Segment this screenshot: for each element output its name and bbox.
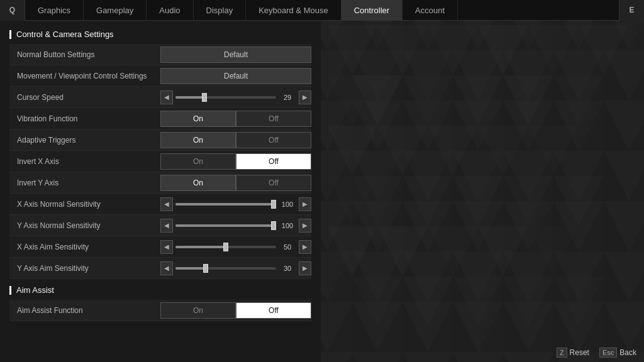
- slider-increase-y-aim[interactable]: ▶: [299, 261, 311, 275]
- label-cursor-speed: Cursor Speed: [9, 93, 160, 102]
- nav-account[interactable]: Account: [402, 0, 458, 21]
- label-invert-y: Invert Y Axis: [9, 178, 160, 187]
- toggle-adaptive-off[interactable]: Off: [236, 132, 311, 148]
- nav-gameplay[interactable]: Gameplay: [84, 0, 147, 21]
- control-movement-viewpoint[interactable]: Default: [160, 68, 311, 84]
- section-title-control: Control & Camera Settings: [9, 30, 311, 39]
- control-invert-y: On Off: [160, 175, 311, 191]
- row-invert-y: Invert Y Axis On Off: [9, 172, 311, 194]
- toggle-aim-assist-on[interactable]: On: [160, 302, 236, 319]
- row-y-aim-sensitivity: Y Axis Aim Sensitivity ◀ 30 ▶: [9, 258, 311, 279]
- toggle-vibration-off[interactable]: Off: [236, 111, 311, 127]
- nav-graphics[interactable]: Graphics: [25, 0, 84, 21]
- right-background: [321, 21, 644, 362]
- toggle-adaptive-triggers: On Off: [160, 132, 311, 148]
- slider-track-x-normal[interactable]: [175, 203, 276, 206]
- toggle-invert-y: On Off: [160, 175, 311, 191]
- control-x-aim-sensitivity: ◀ 50 ▶: [160, 240, 311, 254]
- main-content: Control & Camera Settings Normal Button …: [0, 21, 644, 362]
- label-x-normal-sensitivity: X Axis Normal Sensitivity: [9, 200, 160, 209]
- slider-increase-x-normal[interactable]: ▶: [299, 197, 311, 211]
- row-invert-x: Invert X Axis On Off: [9, 151, 311, 172]
- reset-key: Z: [557, 348, 567, 358]
- row-vibration: Vibration Function On Off: [9, 108, 311, 129]
- label-x-aim-sensitivity: X Axis Aim Sensitivity: [9, 243, 160, 251]
- slider-value-y-aim: 30: [279, 265, 296, 272]
- control-normal-button-settings[interactable]: Default: [160, 47, 311, 63]
- row-adaptive-triggers: Adaptive Triggers On Off: [9, 129, 311, 151]
- control-invert-x: On Off: [160, 153, 311, 170]
- slider-track-cursor[interactable]: [175, 96, 276, 99]
- toggle-vibration-on[interactable]: On: [160, 111, 236, 127]
- slider-decrease-y-normal[interactable]: ◀: [160, 219, 173, 233]
- btn-normal-button-default[interactable]: Default: [160, 47, 311, 63]
- btn-movement-viewpoint-default[interactable]: Default: [160, 68, 311, 84]
- slider-track-y-aim[interactable]: [175, 267, 276, 270]
- row-normal-button-settings: Normal Button Settings Default: [9, 44, 311, 65]
- row-aim-assist-function: Aim Assist Function On Off: [9, 300, 311, 321]
- control-aim-assist-function: On Off: [160, 302, 311, 319]
- row-x-normal-sensitivity: X Axis Normal Sensitivity ◀ 100 ▶: [9, 194, 311, 215]
- toggle-invert-x: On Off: [160, 153, 311, 170]
- toggle-aim-assist-off[interactable]: Off: [236, 302, 311, 319]
- slider-y-aim: ◀ 30 ▶: [160, 261, 311, 275]
- slider-decrease-cursor[interactable]: ◀: [160, 90, 173, 104]
- nav-keyboard-mouse[interactable]: Keyboard & Mouse: [246, 0, 341, 21]
- back-button[interactable]: Esc Back: [599, 348, 636, 358]
- slider-x-aim: ◀ 50 ▶: [160, 240, 311, 254]
- label-normal-button-settings: Normal Button Settings: [9, 50, 160, 59]
- slider-value-cursor: 29: [279, 94, 296, 101]
- control-y-normal-sensitivity: ◀ 100 ▶: [160, 219, 311, 233]
- toggle-invert-y-on[interactable]: On: [160, 175, 236, 191]
- label-adaptive-triggers: Adaptive Triggers: [9, 136, 160, 145]
- slider-value-x-normal: 100: [279, 200, 296, 208]
- toggle-invert-x-off[interactable]: Off: [236, 153, 311, 170]
- nav-controller[interactable]: Controller: [341, 0, 402, 21]
- label-invert-x: Invert X Axis: [9, 157, 160, 166]
- back-label[interactable]: Back: [619, 348, 636, 357]
- label-aim-assist-function: Aim Assist Function: [9, 306, 160, 315]
- slider-y-normal: ◀ 100 ▶: [160, 219, 311, 233]
- slider-track-x-aim[interactable]: [175, 246, 276, 248]
- slider-increase-y-normal[interactable]: ▶: [299, 219, 311, 233]
- settings-panel: Control & Camera Settings Normal Button …: [0, 21, 321, 362]
- slider-value-x-aim: 50: [279, 243, 296, 251]
- slider-value-y-normal: 100: [279, 222, 296, 229]
- back-key: Esc: [599, 348, 617, 358]
- reset-button[interactable]: Z Reset: [557, 348, 589, 358]
- row-y-normal-sensitivity: Y Axis Normal Sensitivity ◀ 100 ▶: [9, 215, 311, 236]
- nav-audio[interactable]: Audio: [147, 0, 193, 21]
- section-title-aim-assist: Aim Assist: [9, 285, 311, 295]
- slider-decrease-x-normal[interactable]: ◀: [160, 197, 173, 211]
- label-vibration: Vibration Function: [9, 114, 160, 123]
- bottom-bar: Z Reset Esc Back: [0, 343, 644, 362]
- row-x-aim-sensitivity: X Axis Aim Sensitivity ◀ 50 ▶: [9, 236, 311, 258]
- reset-label[interactable]: Reset: [570, 348, 589, 357]
- toggle-vibration: On Off: [160, 111, 311, 127]
- control-cursor-speed: ◀ 29 ▶: [160, 90, 311, 104]
- slider-x-normal: ◀ 100 ▶: [160, 197, 311, 211]
- label-y-normal-sensitivity: Y Axis Normal Sensitivity: [9, 221, 160, 230]
- label-movement-viewpoint: Movement / Viewpoint Control Settings: [9, 72, 160, 80]
- nav-left-icon: Q: [0, 0, 25, 21]
- control-y-aim-sensitivity: ◀ 30 ▶: [160, 261, 311, 275]
- toggle-adaptive-on[interactable]: On: [160, 132, 236, 148]
- nav-bar: Q Graphics Gameplay Audio Display Keyboa…: [0, 0, 644, 21]
- toggle-aim-assist: On Off: [160, 302, 311, 319]
- slider-increase-x-aim[interactable]: ▶: [299, 240, 311, 254]
- toggle-invert-y-off[interactable]: Off: [236, 175, 311, 191]
- nav-right-icon: E: [619, 0, 644, 21]
- nav-display[interactable]: Display: [194, 0, 247, 21]
- slider-decrease-x-aim[interactable]: ◀: [160, 240, 173, 254]
- control-adaptive-triggers: On Off: [160, 132, 311, 148]
- label-y-aim-sensitivity: Y Axis Aim Sensitivity: [9, 264, 160, 273]
- row-cursor-speed: Cursor Speed ◀ 29 ▶: [9, 87, 311, 108]
- slider-track-y-normal[interactable]: [175, 224, 276, 227]
- slider-decrease-y-aim[interactable]: ◀: [160, 261, 173, 275]
- slider-cursor-speed: ◀ 29 ▶: [160, 90, 311, 104]
- row-movement-viewpoint: Movement / Viewpoint Control Settings De…: [9, 65, 311, 87]
- slider-increase-cursor[interactable]: ▶: [299, 90, 311, 104]
- control-vibration: On Off: [160, 111, 311, 127]
- toggle-invert-x-on[interactable]: On: [160, 153, 236, 170]
- control-x-normal-sensitivity: ◀ 100 ▶: [160, 197, 311, 211]
